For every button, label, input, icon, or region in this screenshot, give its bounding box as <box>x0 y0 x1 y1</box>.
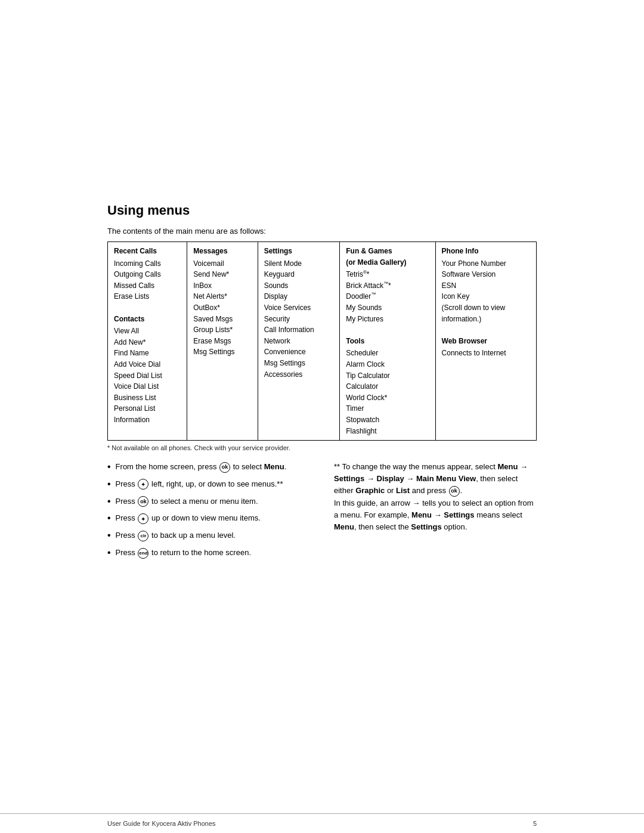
ok-icon-3: ok <box>449 486 460 497</box>
fun-games-header: Fun & Games(or Media Gallery) <box>346 246 429 268</box>
bullet-text-4: Press ✦ up or down to view menu items. <box>116 512 261 524</box>
col-recent-calls: Recent Calls Incoming Calls Outgoing Cal… <box>108 242 187 441</box>
col-fun-games: Fun & Games(or Media Gallery) Tetris®* B… <box>340 242 435 441</box>
ok-icon-2: ok <box>138 496 148 507</box>
bullet-dot-2: • <box>107 478 111 491</box>
bullet-text-3: Press ok to select a menu or menu item. <box>116 496 258 507</box>
bullet-dot-5: • <box>107 529 111 542</box>
col-messages: Messages Voicemail Send New* InBox Net A… <box>187 242 258 441</box>
right-col-para1: ** To change the way the menus appear, s… <box>334 461 537 497</box>
page: Using menus The contents of the main men… <box>0 0 644 833</box>
footer-page-number: 5 <box>533 820 537 827</box>
web-browser-header: Web Browser <box>442 336 530 347</box>
bullet-text-1: From the home screen, press ok to select… <box>116 461 287 473</box>
bullet-dot-6: • <box>107 547 111 559</box>
footer-left-text: User Guide for Kyocera Aktiv Phones <box>107 820 216 827</box>
bullet-text-5: Press clr to back up a menu level. <box>116 529 236 541</box>
page-title: Using menus <box>107 203 537 218</box>
bullet-1: • From the home screen, press ok to sele… <box>107 461 310 473</box>
bullet-6: • Press end to return to the home screen… <box>107 547 310 559</box>
bullets-left: • From the home screen, press ok to sele… <box>107 461 310 564</box>
right-col: ** To change the way the menus appear, s… <box>334 461 537 564</box>
settings-header: Settings <box>264 246 334 257</box>
right-col-para2: In this guide, an arrow → tells you to s… <box>334 497 537 533</box>
bullet-2: • Press ✦ left, right, up, or down to se… <box>107 478 310 491</box>
bullet-5: • Press clr to back up a menu level. <box>107 529 310 542</box>
col-settings: Settings Silent Mode Keyguard Sounds Dis… <box>258 242 340 441</box>
page-footer: User Guide for Kyocera Aktiv Phones 5 <box>0 813 644 833</box>
tools-header: Tools <box>346 336 429 347</box>
bullet-dot-1: • <box>107 461 111 473</box>
bullet-text-6: Press end to return to the home screen. <box>116 547 251 559</box>
footnote: * Not available on all phones. Check wit… <box>107 444 537 451</box>
ok-icon-1: ok <box>219 462 230 473</box>
back-icon: clr <box>138 531 148 541</box>
nav-icon-2: ✦ <box>138 513 148 524</box>
messages-header: Messages <box>193 246 251 257</box>
bullet-text-2: Press ✦ left, right, up, or down to see … <box>116 478 283 490</box>
col-phone-info: Phone Info Your Phone Number Software Ve… <box>435 242 536 441</box>
intro-text: The contents of the main menu are as fol… <box>107 227 537 236</box>
menu-table: Recent Calls Incoming Calls Outgoing Cal… <box>107 241 537 441</box>
bullet-section: • From the home screen, press ok to sele… <box>107 461 537 564</box>
phone-info-header: Phone Info <box>442 246 530 257</box>
contacts-header: Contacts <box>114 314 181 325</box>
page-content: Using menus The contents of the main men… <box>0 0 644 813</box>
nav-icon-1: ✦ <box>138 479 148 490</box>
recent-calls-header: Recent Calls <box>114 246 181 257</box>
bullet-dot-4: • <box>107 512 111 525</box>
bullet-4: • Press ✦ up or down to view menu items. <box>107 512 310 525</box>
end-icon: end <box>138 548 148 559</box>
bullet-3: • Press ok to select a menu or menu item… <box>107 496 310 508</box>
bullet-dot-3: • <box>107 496 111 508</box>
